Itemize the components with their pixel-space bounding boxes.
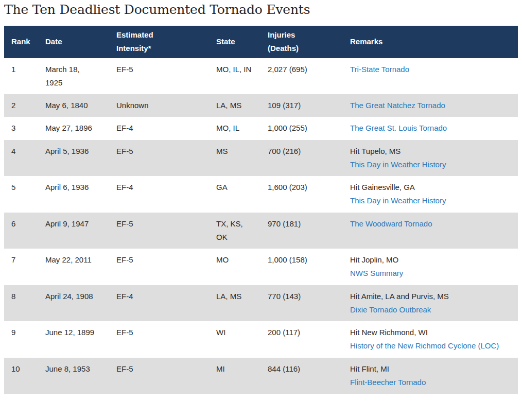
cell-intensity: EF-5 [109,321,209,358]
cell-intensity: EF-5 [109,140,209,177]
remark-text: Hit Gainesville, GA [350,181,511,194]
remark-text: Hit Flint, MI [350,362,511,376]
cell-rank: 1 [4,58,38,95]
table-row: 2May 6, 1840UnknownLA, MS109 (317)The Gr… [4,94,518,117]
cell-date: March 18, 1925 [38,58,109,95]
cell-remarks: The Woodward Tornado [343,213,518,249]
table-row: 7May 22, 2011EF-5MO1,000 (158)Hit Joplin… [4,249,518,285]
cell-injuries: 844 (116) [260,358,343,394]
cell-injuries: 1,600 (203) [260,176,343,213]
column-header-remarks: Remarks [343,26,518,58]
remark-link[interactable]: The Woodward Tornado [350,217,511,231]
cell-injuries: 200 (117) [260,321,343,358]
remark-link[interactable]: This Day in Weather History [350,158,511,171]
cell-injuries: 109 (317) [260,94,343,117]
cell-rank: 7 [4,249,38,285]
cell-remarks: Hit Tupelo, MSThis Day in Weather Histor… [343,140,518,177]
table-row: 1March 18, 1925EF-5MO, IL, IN2,027 (695)… [4,58,518,95]
table-row: 3May 27, 1896EF-4MO, IL1,000 (255)The Gr… [4,117,518,139]
table-body: 1March 18, 1925EF-5MO, IL, IN2,027 (695)… [4,58,518,394]
table-row: 10June 8, 1953EF-5MI844 (116)Hit Flint, … [4,358,518,394]
cell-injuries: 700 (216) [260,140,343,177]
remark-text: Hit Tupelo, MS [350,145,511,158]
remark-link[interactable]: The Great Natchez Tornado [350,99,511,112]
tornado-events-table: RankDateEstimated Intensity*StateInjurie… [4,26,518,394]
cell-date: April 24, 1908 [38,285,109,322]
cell-intensity: EF-4 [109,176,209,213]
cell-remarks: Hit Amite, LA and Purvis, MSDixie Tornad… [343,285,518,322]
cell-intensity: EF-4 [109,285,209,322]
cell-remarks: Hit Gainesville, GAThis Day in Weather H… [343,176,518,213]
table-row: 5April 6, 1936EF-4GA1,600 (203)Hit Gaine… [4,176,518,213]
cell-rank: 6 [4,213,38,249]
cell-remarks: The Great St. Louis Tornado [343,117,518,139]
cell-date: April 5, 1936 [38,140,109,177]
cell-rank: 5 [4,176,38,213]
cell-date: May 27, 1896 [38,117,109,139]
cell-remarks: The Great Natchez Tornado [343,94,518,117]
column-header-rank: Rank [4,26,38,58]
cell-remarks: Tri-State Tornado [343,58,518,95]
cell-state: GA [209,176,260,213]
cell-state: MI [209,358,260,394]
cell-date: April 9, 1947 [38,213,109,249]
table-header-row: RankDateEstimated Intensity*StateInjurie… [4,26,518,58]
remark-text: Hit Amite, LA and Purvis, MS [350,290,511,303]
cell-remarks: Hit Flint, MIFlint-Beecher Tornado [343,358,518,394]
column-header-date: Date [38,26,109,58]
cell-injuries: 1,000 (255) [260,117,343,139]
column-header-intensity: Estimated Intensity* [109,26,209,58]
cell-state: MS [209,140,260,177]
cell-rank: 4 [4,140,38,177]
cell-intensity: EF-5 [109,213,209,249]
cell-rank: 2 [4,94,38,117]
cell-intensity: EF-5 [109,58,209,95]
table-row: 6April 9, 1947EF-5TX, KS, OK970 (181)The… [4,213,518,249]
cell-intensity: EF-5 [109,358,209,394]
cell-date: June 12, 1899 [38,321,109,358]
cell-intensity: Unknown [109,94,209,117]
table-row: 8April 24, 1908EF-4LA, MS770 (143)Hit Am… [4,285,518,322]
remark-link[interactable]: The Great St. Louis Tornado [350,121,511,135]
cell-date: June 8, 1953 [38,358,109,394]
cell-state: TX, KS, OK [209,213,260,249]
cell-state: MO, IL, IN [209,58,260,95]
cell-rank: 8 [4,285,38,322]
cell-injuries: 770 (143) [260,285,343,322]
cell-injuries: 2,027 (695) [260,58,343,95]
remark-link[interactable]: History of the New Richmod Cyclone (LOC) [350,339,511,353]
cell-state: LA, MS [209,94,260,117]
cell-state: MO [209,249,260,285]
cell-intensity: EF-5 [109,249,209,285]
cell-intensity: EF-4 [109,117,209,139]
remark-link[interactable]: Tri-State Tornado [350,63,511,76]
cell-date: May 6, 1840 [38,94,109,117]
cell-state: MO, IL [209,117,260,139]
cell-state: WI [209,321,260,358]
cell-state: LA, MS [209,285,260,322]
cell-rank: 9 [4,321,38,358]
cell-date: May 22, 2011 [38,249,109,285]
page: The Ten Deadliest Documented Tornado Eve… [0,2,522,394]
remark-link[interactable]: Dixie Tornado Outbreak [350,303,511,317]
cell-remarks: Hit Joplin, MONWS Summary [343,249,518,285]
page-title: The Ten Deadliest Documented Tornado Eve… [4,2,518,17]
cell-injuries: 1,000 (158) [260,249,343,285]
remark-link[interactable]: NWS Summary [350,267,511,280]
remark-text: Hit New Richmond, WI [350,326,511,339]
cell-date: April 6, 1936 [38,176,109,213]
cell-rank: 10 [4,358,38,394]
table-row: 9June 12, 1899EF-5WI200 (117)Hit New Ric… [4,321,518,358]
remark-text: Hit Joplin, MO [350,253,511,267]
table-row: 4April 5, 1936EF-5MS700 (216)Hit Tupelo,… [4,140,518,177]
cell-injuries: 970 (181) [260,213,343,249]
column-header-injuries: Injuries (Deaths) [260,26,343,58]
cell-rank: 3 [4,117,38,139]
remark-link[interactable]: This Day in Weather History [350,194,511,207]
column-header-state: State [209,26,260,58]
remark-link[interactable]: Flint-Beecher Tornado [350,376,511,389]
cell-remarks: Hit New Richmond, WIHistory of the New R… [343,321,518,358]
